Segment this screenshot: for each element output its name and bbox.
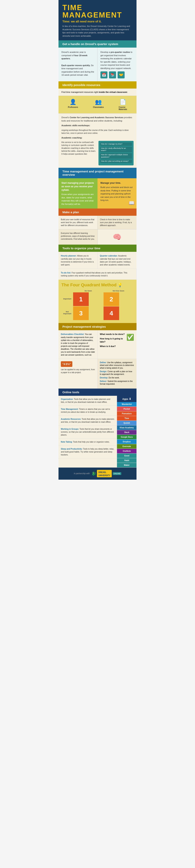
- quarter-icons: 📅 📚 🤝: [100, 71, 134, 79]
- header-section: TIME MANAGEMENT Time: we all need more o…: [59, 0, 136, 40]
- pm-q3: When is it due?: [100, 345, 134, 348]
- professor-label: Professors: [68, 106, 78, 108]
- tools-grid: Hourly planner: Allows you to carefully …: [59, 252, 136, 280]
- workshop-text: ongoing workshops throughout the course …: [61, 129, 134, 134]
- quadrant-top-labels: Do Soon Not Due Soon: [73, 289, 134, 292]
- app-pocket[interactable]: Pocket: [117, 407, 136, 411]
- tool-org-title: Organization:: [61, 398, 73, 400]
- deliverables-title: Deliverables Checklist:: [61, 333, 84, 335]
- quadrant-title: The Four Quadrant Method 💡: [61, 283, 123, 287]
- plan-cell-2: Check in from time to time to make sure …: [98, 216, 137, 229]
- hourly-planner-title: Hourly planner:: [61, 254, 77, 257]
- people-icon: 🤝: [118, 71, 125, 79]
- app-good[interactable]: Good: [117, 454, 136, 458]
- overview-right-title: Manage your time.: [100, 181, 134, 185]
- quarter-grid: Drexel's academic year is comprised of f…: [59, 48, 136, 81]
- quarter-calendar-item: Quarter calendar: Academic calendar that…: [98, 252, 136, 269]
- header-description: In lieu of a time-machine, the Drexel Un…: [62, 25, 133, 37]
- book-open-icon: 📖: [129, 199, 135, 207]
- coaching-left: this service is not to be confused with …: [61, 141, 97, 165]
- tool-time-mgmt: Time Management: Timers or alarms that y…: [59, 406, 117, 416]
- tool-notes: Note Taking: Tools that help you take or…: [59, 438, 117, 445]
- coaching-grid: this service is not to be confused with …: [61, 141, 134, 165]
- tool-notes-title: Note Taking:: [61, 441, 72, 443]
- quadrant-rows: Important Not Important 1 2 3 4: [61, 292, 134, 320]
- app-maker[interactable]: Maker: [117, 463, 136, 468]
- app-wunderlist[interactable]: Wunderlist: [117, 402, 136, 407]
- coaching-title: Academic coaching:: [61, 136, 134, 140]
- quadrant-cells: 1 2 3 4: [73, 292, 134, 320]
- app-time[interactable]: Time: [117, 416, 136, 421]
- footer: In partnership with 🐉 DREXELUNIVERSITY O…: [59, 468, 136, 479]
- quarter-section: Get a handle on Drexel's quarter system …: [59, 40, 136, 81]
- overview-left-title: Start managing your projects as soon as …: [61, 181, 95, 192]
- question-1: How do I manage my time?: [100, 143, 132, 146]
- app-onenote[interactable]: OneNote: [117, 449, 136, 454]
- brain-icon: 🧠: [100, 232, 134, 242]
- app-evernote[interactable]: Evernote: [117, 444, 136, 449]
- hourly-planner-item: Hourly planner: Allows you to carefully …: [59, 252, 98, 269]
- app-slack[interactable]: Slack: [117, 430, 136, 435]
- quarter-calendar-title: Quarter calendar:: [100, 254, 118, 257]
- question-3: How do I approach multiple choice questi…: [100, 153, 132, 159]
- quadrant-3: 3: [73, 306, 89, 320]
- tools-table: Organization: Tools that allow you to ma…: [59, 396, 136, 468]
- four-d-text: can be applied to any assignment, from a…: [61, 368, 95, 374]
- pm-section-header: Project management strategies: [59, 323, 136, 330]
- pm-bottom: "4 D's" can be applied to any assignment…: [59, 359, 136, 389]
- plan-grid: Build your own toolkit of resources that…: [59, 216, 136, 245]
- overview-section: Time management and project management o…: [59, 168, 136, 209]
- quadrant-4: 4: [103, 306, 119, 320]
- quarter-left-subtext: Each quarter moves quickly. So time mana…: [61, 64, 94, 76]
- quadrant-title-text: The Four Quadrant Method: [61, 282, 117, 287]
- d-deliver: Deliver: Submit the assignment in the fo…: [100, 380, 134, 385]
- pm-section: Project management strategies Deliverabl…: [59, 323, 136, 389]
- d-develop: Develop: Do the work.: [100, 376, 134, 379]
- app-dropbox[interactable]: Dropbox: [117, 439, 136, 444]
- course-materials-label: CourseMaterials: [119, 106, 127, 111]
- tool-sleep-title: Sleep and Productivity:: [61, 448, 83, 450]
- resources-top: Find time management resources right ins…: [59, 89, 136, 96]
- plan-cell-1: Build your own toolkit of resources that…: [59, 216, 98, 229]
- plan-section-header: Make a plan: [59, 209, 136, 216]
- plan-section: Make a plan Build your own toolkit of re…: [59, 209, 136, 245]
- app-khan-academy[interactable]: Khan Academy: [117, 426, 136, 430]
- resources-section-header: Identify possible resources: [59, 81, 136, 89]
- footer-logo: 🐉 DREXELUNIVERSITY ONLINE: [92, 470, 121, 477]
- pm-bottom-left: "4 D's" can be applied to any assignment…: [59, 359, 98, 389]
- plan-cell-4: 🧠: [98, 229, 137, 245]
- deliverables-text: You can easily transfer assignments from…: [61, 333, 95, 356]
- book-icon: 📚: [109, 71, 116, 79]
- app-habit[interactable]: Habit: [117, 458, 136, 463]
- plan-cell-3: Everyone has different learning preferen…: [59, 229, 98, 245]
- infographic: TIME MANAGEMENT Time: we all need more o…: [59, 0, 136, 479]
- overview-left: Start managing your projects as soon as …: [59, 178, 98, 209]
- apps-label: Apps: [122, 398, 128, 400]
- label-important: Important: [61, 297, 73, 301]
- app-quizlet[interactable]: Quizlet: [117, 421, 136, 426]
- overview-right: Manage your time. Build your schedule an…: [98, 178, 136, 209]
- four-d-badge: "4 D's": [61, 361, 72, 367]
- header-subtitle: Time: we all need more of it.: [62, 20, 133, 23]
- online-tools-header: Online tools: [59, 389, 136, 396]
- app-google-docs[interactable]: Google Docs: [117, 435, 136, 439]
- online-badge: ONLINE: [113, 472, 121, 475]
- question-4: How do I plan out writing an essay?: [100, 160, 132, 163]
- app-pomodoro[interactable]: Pomodoro: [117, 411, 136, 416]
- pm-bottom-right: Define: Use the syllabus, assignment she…: [98, 359, 136, 389]
- tool-academic-title: Academic Resources:: [61, 418, 81, 420]
- classmates-icon: 👥: [95, 99, 102, 105]
- tool-groups-title: Working in Groups:: [61, 428, 79, 430]
- resource-course-materials: 📄 CourseMaterials: [119, 99, 127, 111]
- quadrant-section: The Four Quadrant Method 💡 Do Soon Not D…: [59, 280, 136, 323]
- tool-sleep: Sleep and Productivity: Tools to help yo…: [59, 445, 117, 458]
- quarter-section-header: Get a handle on Drexel's quarter system: [59, 40, 136, 48]
- resource-classmates: 👥 Classmates: [93, 99, 104, 111]
- bulb-icon: 💡: [118, 283, 123, 287]
- workshop-title: Academic skills workshops:: [61, 124, 134, 127]
- overview-left-text: Know when your assignments are due, date…: [61, 193, 94, 205]
- main-title: TIME MANAGEMENT: [62, 4, 133, 19]
- footer-text: In partnership with: [74, 472, 90, 474]
- online-tools-section: Online tools Organization: Tools that al…: [59, 389, 136, 468]
- apps-header: Apps ⬇: [117, 396, 136, 402]
